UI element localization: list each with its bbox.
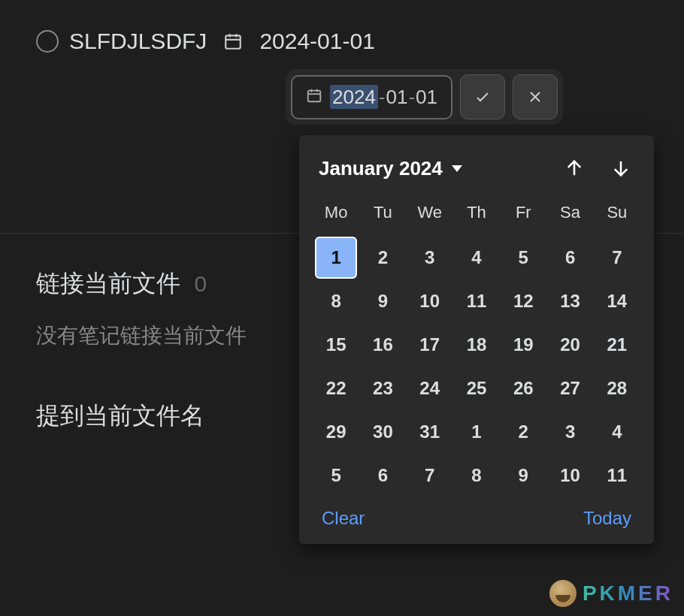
cancel-button[interactable] [513, 74, 558, 119]
next-month-button[interactable] [607, 155, 634, 182]
task-checkbox[interactable] [36, 30, 59, 53]
logo-icon [549, 580, 577, 607]
calendar-day[interactable]: 6 [359, 454, 406, 497]
calendar-day[interactable]: 4 [453, 236, 500, 279]
calendar-day[interactable]: 28 [594, 367, 640, 410]
date-year[interactable]: 2024 [330, 85, 378, 109]
calendar-day[interactable]: 29 [313, 410, 359, 454]
month-label: January 2024 [319, 157, 443, 180]
dow-label: Fr [500, 197, 546, 228]
prev-month-button[interactable] [561, 155, 588, 182]
calendar-day[interactable]: 23 [359, 367, 406, 410]
watermark-text: PKMER [583, 581, 673, 605]
linked-count: 0 [194, 271, 207, 296]
calendar-day[interactable]: 17 [407, 323, 453, 367]
today-button[interactable]: Today [583, 508, 631, 529]
calendar-day[interactable]: 1 [453, 410, 500, 454]
calendar-day[interactable]: 6 [546, 236, 593, 279]
linked-title: 链接当前文件 [36, 270, 180, 297]
calendar-day[interactable]: 10 [407, 279, 453, 323]
calendar-day[interactable]: 3 [546, 410, 593, 454]
calendar-day[interactable]: 24 [407, 367, 453, 410]
calendar-day[interactable]: 11 [594, 454, 640, 497]
calendar-day[interactable]: 7 [594, 236, 640, 279]
mentions-section: 提到当前文件名 [36, 400, 204, 433]
calendar-day[interactable]: 30 [359, 410, 406, 454]
calendar-day[interactable]: 9 [500, 454, 546, 497]
dow-label: Tu [359, 197, 406, 228]
task-row: SLFDJLSDFJ 2024-01-01 [0, 0, 684, 54]
clear-button[interactable]: Clear [322, 508, 365, 529]
calendar-day[interactable]: 21 [594, 323, 640, 367]
svg-rect-0 [226, 35, 241, 48]
calendar-day[interactable]: 3 [407, 236, 453, 279]
dow-label: Sa [546, 197, 593, 228]
calendar-day[interactable]: 2 [500, 410, 546, 454]
chevron-down-icon [452, 165, 462, 172]
calendar-icon [306, 86, 322, 109]
mentions-title: 提到当前文件名 [36, 400, 204, 433]
linked-section: 链接当前文件 0 没有笔记链接当前文件 [36, 267, 247, 350]
calendar-day[interactable]: 16 [359, 323, 406, 367]
month-selector[interactable]: January 2024 [319, 157, 462, 180]
date-day[interactable]: 01 [416, 86, 437, 108]
calendar-day[interactable]: 10 [546, 454, 593, 497]
calendar-popup: January 2024 MoTuWeThFrSaSu 123456789101… [299, 135, 654, 544]
calendar-day[interactable]: 1 [315, 237, 357, 279]
calendar-day[interactable]: 2 [359, 236, 406, 279]
calendar-day[interactable]: 18 [453, 323, 500, 367]
calendar-day[interactable]: 12 [500, 279, 546, 323]
calendar-day[interactable]: 26 [500, 367, 546, 410]
date-input[interactable]: 2024-01-01 [291, 75, 452, 119]
date-month[interactable]: 01 [386, 86, 408, 108]
calendar-day[interactable]: 4 [594, 410, 640, 454]
watermark: PKMER [549, 580, 673, 607]
date-edit-popup: 2024-01-01 [286, 69, 563, 125]
calendar-day[interactable]: 7 [407, 454, 453, 497]
dow-label: Th [453, 197, 500, 228]
calendar-day[interactable]: 31 [407, 410, 453, 454]
calendar-icon [223, 32, 243, 51]
calendar-day[interactable]: 5 [313, 454, 359, 497]
calendar-day[interactable]: 11 [453, 279, 500, 323]
dow-label: Mo [313, 197, 359, 228]
linked-empty: 没有笔记链接当前文件 [36, 322, 247, 350]
calendar-day[interactable]: 8 [453, 454, 500, 497]
svg-rect-1 [308, 90, 321, 101]
calendar-day[interactable]: 20 [546, 323, 593, 367]
calendar-day[interactable]: 22 [313, 367, 359, 410]
task-date[interactable]: 2024-01-01 [259, 29, 374, 54]
confirm-button[interactable] [460, 74, 505, 119]
calendar-day[interactable]: 9 [359, 279, 406, 323]
calendar-day[interactable]: 8 [313, 279, 359, 323]
calendar-day[interactable]: 19 [500, 323, 546, 367]
calendar-day[interactable]: 14 [594, 279, 640, 323]
calendar-day[interactable]: 5 [500, 236, 546, 279]
calendar-day[interactable]: 13 [546, 279, 593, 323]
dow-label: We [407, 197, 453, 228]
calendar-day[interactable]: 15 [313, 323, 359, 367]
calendar-day[interactable]: 25 [453, 367, 500, 410]
task-title: SLFDJLSDFJ [69, 29, 207, 54]
calendar-day[interactable]: 27 [546, 367, 593, 410]
dow-label: Su [594, 197, 640, 228]
